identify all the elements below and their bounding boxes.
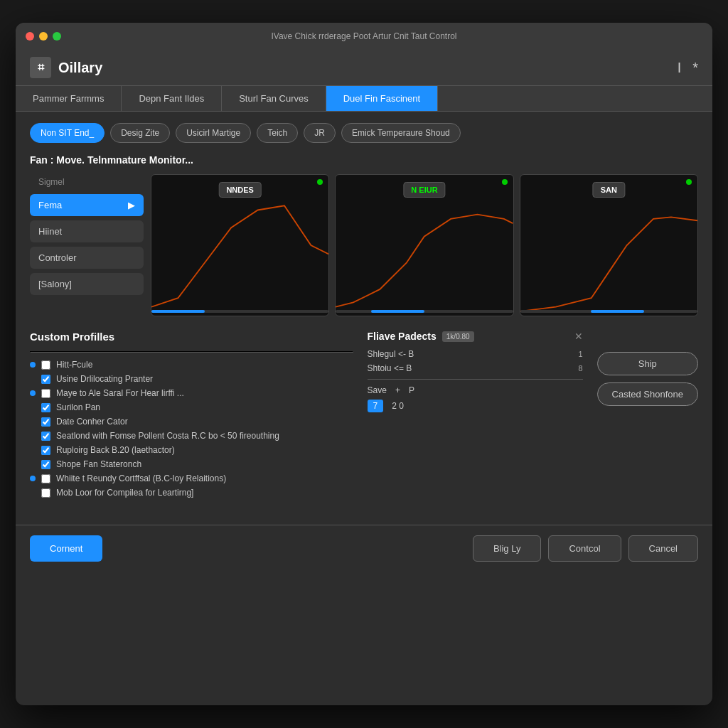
filter-teich[interactable]: Teich [257,123,298,143]
profiles-title: Custom Profilles [30,331,353,343]
profile-check-2[interactable] [41,389,50,398]
comment-button[interactable]: Cornent [30,535,102,562]
fan-charts: NNDES N EIUR [151,174,698,316]
profile-group-2-header: Maye to Ale Saral For Hear lirffi ... [30,388,353,398]
window-title: IVave Chick rrderage Poot Artur Cnit Tau… [271,31,456,41]
profile-child-2-2: Date Conher Cator [41,417,353,427]
profile-child-2-4: Ruploirg Back B.20 (laethactor) [41,445,353,455]
flavor-header: Fliave Padects 1k/0.80 ✕ [368,331,583,342]
app-header: ⌗ Oillary I * [16,50,712,86]
footer: Cornent Blig Ly Contcol Cancel [16,525,712,572]
chart3-scrollbar[interactable] [520,310,697,313]
flavor-row-1: Shlegul <- B 1 [368,349,583,359]
profile-check-1-1[interactable] [41,375,50,384]
flavor-val-2: 8 [578,364,582,373]
filter-desig[interactable]: Desig Zite [110,123,170,143]
profile-group-1-children: Usine Drlilocating Pranter [41,374,353,384]
profile-check-2-3[interactable] [41,432,50,441]
profile-dot-1 [30,362,36,368]
flavor-num-row: 7 2 0 [368,400,583,412]
flavor-divider [368,379,583,380]
ship-button[interactable]: Ship [597,352,698,375]
bottom-section: Custom Profilles Hitt-Fcule Usine Drlilo… [30,331,698,502]
titlebar: IVave Chick rrderage Poot Artur Cnit Tau… [16,23,712,50]
fan-chart-2: N EIUR [335,174,513,316]
minimize-button[interactable] [39,32,48,41]
flavor-title: Fliave Padects [368,331,437,342]
close-button[interactable] [26,32,34,41]
fan-monitor-title: Fan : Move. Telnmnature Monitor... [30,154,698,166]
filter-jr[interactable]: JR [304,123,336,143]
profile-group-3-children: Mob Loor for Compilea for Leartirng] [41,488,353,498]
chart2-scrollbar[interactable] [336,310,513,313]
sidebar-item-hiinet[interactable]: Hiinet [30,220,144,242]
flavor-p-val: P [409,385,414,395]
tab-pammer[interactable]: Pammer Farmms [16,86,122,111]
footer-right: Blig Ly Contcol Cancel [473,535,698,562]
profile-group-2-children: Surilon Pan Date Conher Cator Seatlond w… [41,402,353,469]
profile-label-1: Hitt-Fcule [56,360,92,370]
action-buttons: Ship Casted Shonfone [597,331,698,502]
flavor-plus-icon: + [395,385,400,395]
flavor-badge: 1k/0.80 [442,331,474,342]
tab-duel[interactable]: Duel Fin Fascinent [326,86,438,111]
fan-sidebar: Sigmel Fema ▶ Hiinet Controler [Salony] [30,174,144,316]
profile-child-2-1: Surilon Pan [41,402,353,412]
flavor-values: 2 0 [392,401,404,411]
header-right: I * [678,60,698,76]
profile-check-3[interactable] [41,474,50,483]
profile-dot-2 [30,390,36,396]
flavor-label-2: Shtoiu <= B [368,363,412,373]
app-logo: ⌗ Oillary [30,57,102,78]
tab-sturl[interactable]: Sturl Fan Curves [222,86,326,111]
blig-ly-button[interactable]: Blig Ly [473,535,542,562]
contcol-button[interactable]: Contcol [548,535,621,562]
flavor-label-1: Shlegul <- B [368,349,414,359]
profile-check-2-1[interactable] [41,403,50,412]
flavor-row-2: Shtoiu <= B 8 [368,363,583,373]
tab-depn[interactable]: Depn Fant Ildes [122,86,222,111]
sidebar-item-fema[interactable]: Fema ▶ [30,194,144,216]
sidebar-item-salony[interactable]: [Salony] [30,273,144,295]
profile-child-2-3: Seatlond with Fomse Pollent Costa R.C bo… [41,431,353,441]
cancel-button[interactable]: Cancel [628,535,698,562]
profile-group-3-header: Whiite t Reundy Cortffsal (B.C-loy Relai… [30,473,353,483]
profile-group-1-header: Hitt-Fcule [30,360,353,370]
filter-emick[interactable]: Emick Temperaure Shoud [341,123,461,143]
flavor-section: Fliave Padects 1k/0.80 ✕ Shlegul <- B 1 … [368,331,583,502]
profile-check-2-2[interactable] [41,417,50,427]
custom-profiles: Custom Profilles Hitt-Fcule Usine Drlilo… [30,331,353,502]
main-window: IVave Chick rrderage Poot Artur Cnit Tau… [16,23,712,705]
settings-icon[interactable]: * [692,60,698,76]
fan-monitor-area: Sigmel Fema ▶ Hiinet Controler [Salony] … [30,174,698,316]
cursor-icon[interactable]: I [678,60,682,76]
profile-label-3: Whiite t Reundy Cortffsal (B.C-loy Relai… [56,473,226,483]
fan-chart-1: NNDES [151,174,329,316]
profile-child-1-1: Usine Drlilocating Pranter [41,374,353,384]
tabs-row: Pammer Farmms Depn Fant Ildes Sturl Fan … [16,86,712,112]
profile-dot-3 [30,476,36,481]
sidebar-item-controler[interactable]: Controler [30,247,144,269]
flavor-val-1: 1 [578,350,582,358]
flavor-save-label: Save [368,385,387,395]
profile-child-2-5: Shope Fan Stateronch [41,459,353,469]
profile-label-2: Maye to Ale Saral For Hear lirffi ... [56,388,184,398]
filter-usicirl[interactable]: Usicirl Martige [176,123,251,143]
filter-non-sit[interactable]: Non SIT End_ [30,123,105,143]
fan-chart-3: SAN [520,174,698,316]
flavor-num-badge: 7 [368,400,384,412]
profile-check-2-4[interactable] [41,446,50,455]
profile-check-1[interactable] [41,360,50,370]
chart1-scrollbar[interactable] [151,310,328,313]
profile-check-3-1[interactable] [41,488,50,498]
maximize-button[interactable] [53,32,61,41]
content-area: Non SIT End_ Desig Zite Usicirl Martige … [16,112,712,513]
app-name: Oillary [58,60,102,76]
profile-check-2-5[interactable] [41,460,50,469]
sidebar-label: Sigmel [30,174,144,190]
traffic-lights [26,32,61,41]
profile-child-3-1: Mob Loor for Compilea for Leartirng] [41,488,353,498]
flavor-close-button[interactable]: ✕ [574,331,583,342]
casted-button[interactable]: Casted Shonfone [597,382,698,406]
flavor-number-row: Save + P [368,385,583,395]
